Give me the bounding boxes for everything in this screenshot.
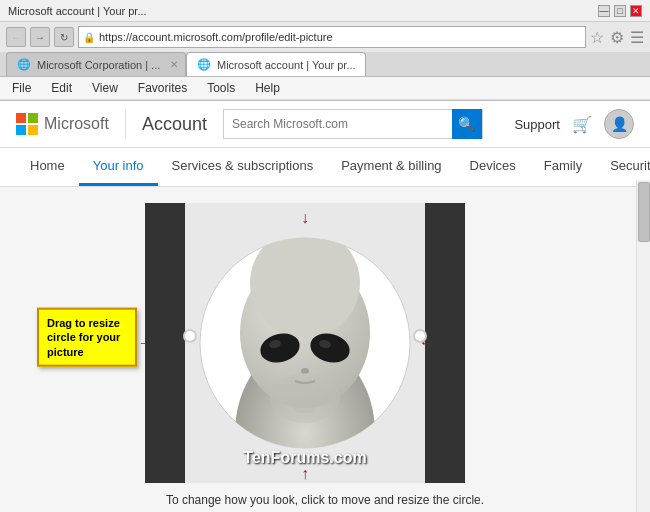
logo-sq-yellow	[28, 125, 38, 135]
browser-toolbar: ← → ↻ 🔒 https://account.microsoft.com/pr…	[0, 22, 650, 52]
forward-button[interactable]: →	[30, 27, 50, 47]
dark-left	[145, 203, 190, 483]
tab1-favicon: 🌐	[17, 58, 31, 71]
menu-bar: File Edit View Favorites Tools Help	[0, 77, 650, 100]
drag-tooltip: Drag to resize circle for your picture	[37, 308, 137, 367]
logo-sq-blue	[16, 125, 26, 135]
photo-area: TenForums.com	[185, 203, 425, 483]
browser-settings-icon[interactable]: ☰	[630, 28, 644, 47]
menu-file[interactable]: File	[8, 79, 35, 97]
tab-family[interactable]: Family	[530, 148, 596, 186]
microsoft-logo-text: Microsoft	[44, 115, 109, 133]
tab-microsoft-corp[interactable]: 🌐 Microsoft Corporation | ... ✕	[6, 52, 186, 76]
scrollbar[interactable]	[636, 180, 650, 512]
menu-tools[interactable]: Tools	[203, 79, 239, 97]
caption-text: To change how you look, click to move an…	[166, 493, 484, 507]
resize-handle-left[interactable]	[183, 329, 197, 343]
logo-sq-green	[28, 113, 38, 123]
search-input[interactable]	[224, 117, 452, 131]
tab-devices[interactable]: Devices	[456, 148, 530, 186]
titlebar-title: Microsoft account | Your pr...	[8, 5, 147, 17]
tab2-favicon: 🌐	[197, 58, 211, 71]
top-arrow-icon: ↓	[301, 209, 309, 227]
svg-point-12	[270, 373, 340, 423]
tab-home[interactable]: Home	[16, 148, 79, 186]
cart-icon[interactable]: 🛒	[572, 115, 592, 134]
ssl-lock-icon: 🔒	[83, 32, 95, 43]
tab-payment[interactable]: Payment & billing	[327, 148, 455, 186]
window-controls[interactable]: — □ ✕	[598, 5, 642, 17]
tab-your-info[interactable]: Your info	[79, 148, 158, 186]
menu-favorites[interactable]: Favorites	[134, 79, 191, 97]
favorites-star-icon[interactable]: ☆	[590, 28, 604, 47]
url-text: https://account.microsoft.com/profile/ed…	[99, 31, 581, 43]
logo-squares	[16, 113, 38, 135]
search-button[interactable]: 🔍	[452, 109, 482, 139]
search-box[interactable]: 🔍	[223, 109, 483, 139]
svg-text:TenForums.com: TenForums.com	[243, 449, 366, 466]
bottom-arrow-icon: ↑	[301, 465, 309, 483]
right-arrow-icon: ←	[419, 334, 435, 352]
tab-ms-account[interactable]: 🌐 Microsoft account | Your pr... ✕	[186, 52, 366, 76]
logo-sq-red	[16, 113, 26, 123]
alien-svg: TenForums.com	[185, 203, 425, 483]
close-button[interactable]: ✕	[630, 5, 642, 17]
tools-icon[interactable]: ⚙	[610, 28, 624, 47]
scrollbar-thumb[interactable]	[638, 182, 650, 242]
back-button[interactable]: ←	[6, 27, 26, 47]
microsoft-logo[interactable]: Microsoft	[16, 113, 109, 135]
header-right: Support 🛒 👤	[514, 109, 634, 139]
nav-tabs: Home Your info Services & subscriptions …	[0, 148, 650, 187]
browser-toolbar-right: ☆ ⚙ ☰	[590, 28, 644, 47]
main-content: Drag to resize circle for your picture →	[0, 187, 650, 512]
minimize-button[interactable]: —	[598, 5, 610, 17]
user-avatar[interactable]: 👤	[604, 109, 634, 139]
address-bar[interactable]: 🔒 https://account.microsoft.com/profile/…	[78, 26, 586, 48]
header-divider	[125, 109, 126, 139]
refresh-button[interactable]: ↻	[54, 27, 74, 47]
tab-bar: 🌐 Microsoft Corporation | ... ✕ 🌐 Micros…	[0, 52, 650, 77]
tab1-close[interactable]: ✕	[170, 59, 178, 70]
maximize-button[interactable]: □	[614, 5, 626, 17]
account-label: Account	[142, 114, 207, 135]
browser-chrome: ← → ↻ 🔒 https://account.microsoft.com/pr…	[0, 22, 650, 101]
menu-edit[interactable]: Edit	[47, 79, 76, 97]
menu-view[interactable]: View	[88, 79, 122, 97]
window-titlebar: Microsoft account | Your pr... — □ ✕	[0, 0, 650, 22]
menu-help[interactable]: Help	[251, 79, 284, 97]
site-header: Microsoft Account 🔍 Support 🛒 👤	[0, 101, 650, 148]
image-container[interactable]: TenForums.com ↓ ↑ ←	[145, 203, 465, 483]
tab-services[interactable]: Services & subscriptions	[158, 148, 328, 186]
image-editor-wrapper: Drag to resize circle for your picture →	[145, 203, 505, 483]
support-link[interactable]: Support	[514, 117, 560, 132]
